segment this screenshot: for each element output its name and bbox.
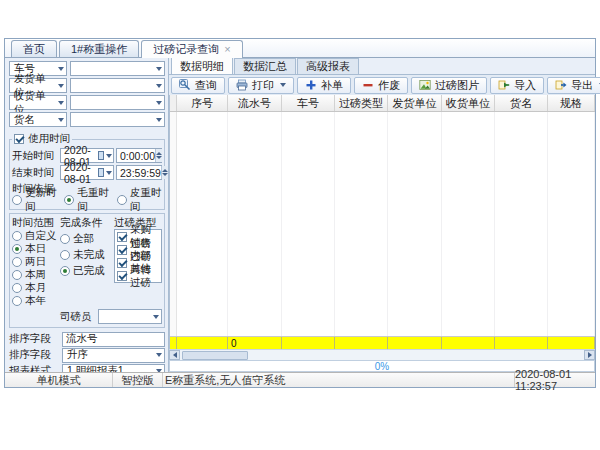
import-icon <box>498 79 510 91</box>
end-date-picker[interactable]: 2020-08-01 <box>60 165 114 180</box>
weigher-combo[interactable] <box>98 309 162 324</box>
status-mode: 单机模式 <box>5 373 113 387</box>
spinner-arrows-icon[interactable] <box>155 149 162 162</box>
supplement-order-button[interactable]: 补单 <box>297 77 351 94</box>
horizontal-scrollbar[interactable] <box>169 349 595 360</box>
column-header-seq[interactable]: 序号 <box>177 95 228 111</box>
radio-icon <box>12 231 22 241</box>
checkbox-icon <box>117 232 127 242</box>
sort-order-combo[interactable]: 升序 <box>62 348 165 363</box>
tab-weighing-operation[interactable]: 1#称重操作 <box>59 40 139 57</box>
report-style-label: 报表样式 <box>9 364 59 372</box>
export-button[interactable]: 导出 <box>547 77 600 94</box>
weigh-photo-button[interactable]: 过磅图片 <box>411 77 487 94</box>
tab-home[interactable]: 首页 <box>11 40 57 57</box>
column-header-spec[interactable]: 规格 <box>548 95 595 111</box>
report-style-combo[interactable]: 1.明细报表1 <box>62 364 165 373</box>
range-option-month[interactable]: 本月 <box>12 282 58 293</box>
import-button[interactable]: 导入 <box>490 77 544 94</box>
basis-option-gross[interactable]: 毛重时间 <box>64 195 109 206</box>
scroll-left-button[interactable] <box>169 350 180 360</box>
tab-weighing-operation-label: 1#称重操作 <box>71 42 127 57</box>
column-header-weigh-type[interactable]: 过磅类型 <box>335 95 388 111</box>
weigher-label: 司磅员 <box>60 310 94 324</box>
tab-weigh-record-query-label: 过磅记录查询 <box>153 42 219 57</box>
column-header-vehicle[interactable]: 车号 <box>282 95 335 111</box>
completion-option-all[interactable]: 全部 <box>60 233 112 244</box>
print-button[interactable]: 打印 <box>228 77 294 94</box>
status-bar: 单机模式 智控版 E称重系统,无人值守系统 2020-08-01 11:23:5… <box>5 372 595 387</box>
close-icon[interactable]: × <box>224 44 230 55</box>
view-tab-summary[interactable]: 数据汇总 <box>234 58 296 74</box>
goods-field-label: 货名 <box>14 113 35 127</box>
range-option-twodays[interactable]: 两日 <box>12 256 58 267</box>
sort-field-row: 排序字段 流水号 <box>9 332 165 346</box>
radio-icon <box>12 244 22 254</box>
chevron-down-icon <box>58 84 64 88</box>
scrollbar-thumb[interactable] <box>182 351 248 360</box>
export-icon <box>555 79 567 91</box>
grid-body-empty[interactable] <box>170 112 595 336</box>
column-header-goods[interactable]: 货名 <box>495 95 548 111</box>
goods-value-combo[interactable] <box>70 112 165 127</box>
chevron-down-icon <box>106 154 112 158</box>
view-tab-strip: 数据明细 数据汇总 高级报表 <box>169 58 595 75</box>
range-option-today[interactable]: 本日 <box>12 243 58 254</box>
completion-option-unfinished[interactable]: 未完成 <box>60 249 112 260</box>
sort-order-label: 排序字段 <box>9 348 59 362</box>
plus-icon <box>305 79 317 91</box>
results-panel: 数据明细 数据汇总 高级报表 查询 打 <box>169 58 595 372</box>
spinner-arrows-icon[interactable] <box>161 166 168 179</box>
vehicle-value-combo[interactable] <box>70 61 165 76</box>
sort-field-input[interactable]: 流水号 <box>62 332 165 347</box>
basis-option-update[interactable]: 更新时间 <box>12 195 57 206</box>
checkbox-icon <box>117 271 127 281</box>
goods-field-combo[interactable]: 货名 <box>9 112 67 127</box>
radio-icon <box>64 195 74 205</box>
window-body: 车号 发货单位 收货单位 <box>5 58 595 372</box>
type-option-other[interactable]: 其他过磅 <box>117 270 159 281</box>
completion-label: 完成条件 <box>60 216 112 228</box>
query-button[interactable]: 查询 <box>171 77 225 94</box>
end-time-spinner[interactable]: 23:59:59 <box>116 165 162 180</box>
report-style-row: 报表样式 1.明细报表1 <box>9 364 165 372</box>
column-header-receiver[interactable]: 收货单位 <box>442 95 495 111</box>
minus-icon <box>362 79 374 91</box>
void-button[interactable]: 作废 <box>354 77 408 94</box>
query-filter-sidebar: 车号 发货单位 收货单位 <box>5 58 169 372</box>
radio-icon <box>12 195 22 205</box>
arrow-right-icon <box>588 352 592 358</box>
chevron-down-icon <box>156 84 162 88</box>
range-option-year[interactable]: 本年 <box>12 295 58 306</box>
start-time-spinner[interactable]: 0:00:00 <box>116 148 162 163</box>
range-option-week[interactable]: 本周 <box>12 269 58 280</box>
time-range-column: 时间范围 自定义 本日 两日 本周 本月 本年 <box>12 216 58 306</box>
filter-row-receiver: 收货单位 <box>9 95 165 110</box>
chevron-down-icon[interactable] <box>280 83 286 87</box>
arrow-left-icon <box>173 352 177 358</box>
basis-option-tare[interactable]: 皮重时间 <box>117 195 162 206</box>
weigher-row: 司磅员 <box>12 309 162 324</box>
column-header-serial[interactable]: 流水号 <box>228 95 282 111</box>
use-time-checkbox[interactable] <box>14 134 24 144</box>
status-edition: 智控版 <box>113 373 163 387</box>
receiver-value-combo[interactable] <box>70 95 165 110</box>
view-tab-advanced-report[interactable]: 高级报表 <box>297 58 359 74</box>
range-option-custom[interactable]: 自定义 <box>12 230 58 241</box>
toolbar: 查询 打印 补单 作废 <box>169 75 595 95</box>
column-header-shipper[interactable]: 发货单位 <box>388 95 442 111</box>
shipper-value-combo[interactable] <box>70 78 165 93</box>
receiver-field-combo[interactable]: 收货单位 <box>9 95 67 110</box>
grid-header-row: 序号 流水号 车号 过磅类型 发货单位 收货单位 货名 规格 <box>170 95 595 112</box>
chevron-down-icon <box>153 315 159 319</box>
row-indicator-column <box>170 112 177 336</box>
checkbox-icon <box>117 245 127 255</box>
completion-option-finished[interactable]: 已完成 <box>60 265 112 276</box>
summary-row-indicator <box>170 337 177 349</box>
start-time-label: 开始时间 <box>12 149 58 163</box>
view-tab-detail[interactable]: 数据明细 <box>171 57 233 74</box>
radio-icon <box>12 257 22 267</box>
scroll-right-button[interactable] <box>584 350 595 360</box>
summary-count: 0 <box>228 337 282 349</box>
tab-weigh-record-query[interactable]: 过磅记录查询 × <box>141 40 242 58</box>
